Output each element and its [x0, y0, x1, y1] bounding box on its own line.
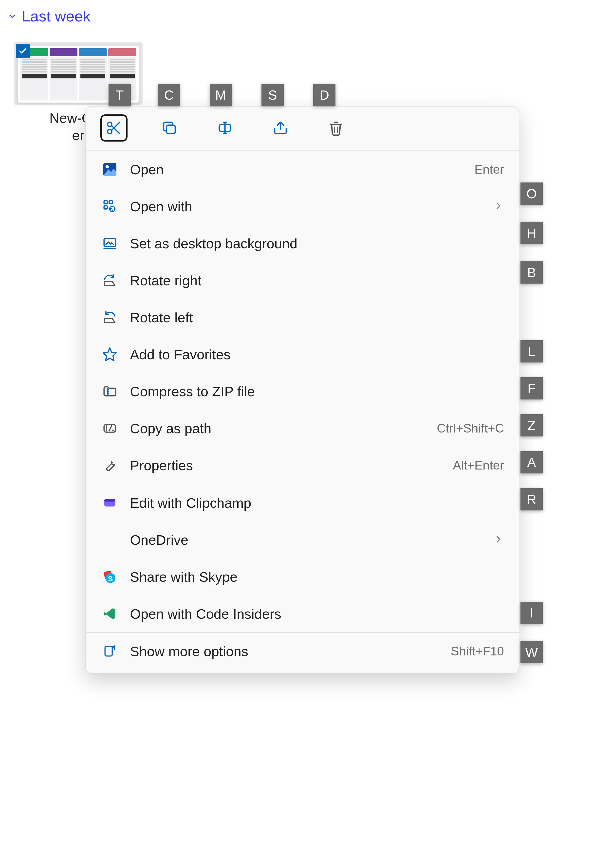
menu-shortcut: Ctrl+Shift+C [437, 421, 504, 435]
menu-edit-with-clipchamp[interactable]: Edit with Clipchamp [86, 484, 519, 521]
skype-icon: S [100, 567, 119, 586]
menu-label: Share with Skype [130, 569, 504, 585]
svg-rect-12 [104, 201, 107, 204]
access-key-O: O [520, 183, 543, 205]
menu-shortcut: Alt+Enter [453, 458, 504, 472]
trash-icon [327, 120, 345, 137]
access-key-R: R [520, 488, 543, 511]
access-key-B: B [520, 261, 543, 283]
menu-label: Rotate left [130, 310, 504, 326]
menu-open[interactable]: Open Enter [86, 151, 519, 188]
access-key-L: L [520, 340, 543, 363]
photos-app-icon [100, 160, 119, 179]
svg-rect-16 [104, 238, 116, 247]
svg-rect-13 [104, 206, 107, 209]
menu-onedrive[interactable]: OneDrive [86, 521, 519, 558]
svg-text:S: S [108, 574, 113, 583]
zip-icon [100, 382, 119, 401]
access-key-A: A [520, 451, 543, 474]
menu-label: Properties [130, 458, 442, 474]
menu-open-with[interactable]: Open with [86, 188, 519, 225]
menu-label: Rotate right [130, 273, 504, 288]
menu-compress-zip[interactable]: Compress to ZIP file [86, 373, 519, 410]
menu-label: Edit with Clipchamp [130, 495, 504, 511]
menu-label: Set as desktop background [130, 236, 504, 251]
svg-rect-26 [104, 499, 115, 502]
share-icon [272, 120, 289, 137]
menu-label: Add to Favorites [130, 347, 504, 363]
access-key-H: H [520, 222, 543, 244]
access-key-C: C [158, 84, 180, 106]
menu-label: Show more options [130, 644, 440, 659]
chevron-right-icon [493, 532, 504, 548]
menu-shortcut: Shift+F10 [451, 644, 504, 658]
svg-rect-4 [167, 125, 175, 134]
menu-label: Compress to ZIP file [130, 384, 504, 400]
copy-icon [161, 120, 178, 137]
menu-label: OneDrive [130, 532, 482, 548]
desktop-background-icon [100, 234, 119, 253]
group-header-label: Last week [22, 7, 90, 25]
rename-button[interactable] [211, 114, 239, 142]
access-key-M: M [210, 84, 232, 106]
context-menu: Open Enter Open with Set as desktop back… [85, 106, 519, 674]
svg-rect-14 [109, 201, 112, 204]
group-header-last-week[interactable]: Last week [7, 7, 90, 25]
svg-marker-17 [103, 348, 116, 361]
star-icon [100, 345, 119, 364]
scissors-icon [105, 120, 123, 137]
access-key-T: T [109, 84, 131, 106]
wrench-icon [100, 456, 119, 475]
delete-button[interactable] [322, 114, 350, 142]
rename-icon [216, 120, 233, 137]
menu-rotate-left[interactable]: Rotate left [86, 299, 519, 336]
chevron-right-icon [493, 198, 504, 214]
copy-button[interactable] [156, 114, 183, 142]
access-key-D: D [313, 84, 335, 106]
menu-share-with-skype[interactable]: S Share with Skype [86, 558, 519, 595]
svg-point-24 [112, 430, 114, 431]
menu-shortcut: Enter [474, 162, 504, 177]
access-key-I: I [520, 602, 543, 624]
menu-properties[interactable]: Properties Alt+Enter [86, 447, 519, 484]
menu-add-to-favorites[interactable]: Add to Favorites [86, 336, 519, 373]
menu-rotate-right[interactable]: Rotate right [86, 262, 519, 299]
access-key-F: F [520, 377, 543, 400]
cut-button[interactable] [100, 114, 127, 142]
menu-label: Open with Code Insiders [130, 606, 504, 622]
share-button[interactable] [267, 114, 294, 142]
selected-check-icon [16, 44, 30, 58]
show-more-icon [100, 642, 119, 661]
menu-label: Copy as path [130, 421, 426, 437]
svg-rect-30 [105, 647, 112, 656]
clipchamp-icon [100, 493, 119, 512]
rotate-right-icon [100, 271, 119, 290]
chevron-down-icon [7, 11, 17, 21]
rotate-left-icon [100, 308, 119, 327]
context-toolbar [86, 106, 519, 151]
access-key-W: W [520, 641, 543, 663]
menu-copy-as-path[interactable]: Copy as path Ctrl+Shift+C [86, 410, 519, 447]
menu-show-more-options[interactable]: Show more options Shift+F10 [86, 633, 519, 670]
onedrive-icon [100, 530, 119, 549]
menu-open-with-code-insiders[interactable]: Open with Code Insiders [86, 595, 519, 632]
access-key-S: S [261, 84, 283, 106]
open-with-icon [100, 197, 119, 216]
svg-point-11 [106, 165, 109, 168]
vscode-insiders-icon [100, 604, 119, 623]
menu-label: Open with [130, 198, 482, 214]
access-key-Z: Z [520, 414, 543, 437]
menu-label: Open [130, 161, 464, 177]
menu-items: Open Enter Open with Set as desktop back… [86, 151, 519, 670]
menu-set-desktop-background[interactable]: Set as desktop background [86, 225, 519, 262]
copy-path-icon [100, 419, 119, 438]
